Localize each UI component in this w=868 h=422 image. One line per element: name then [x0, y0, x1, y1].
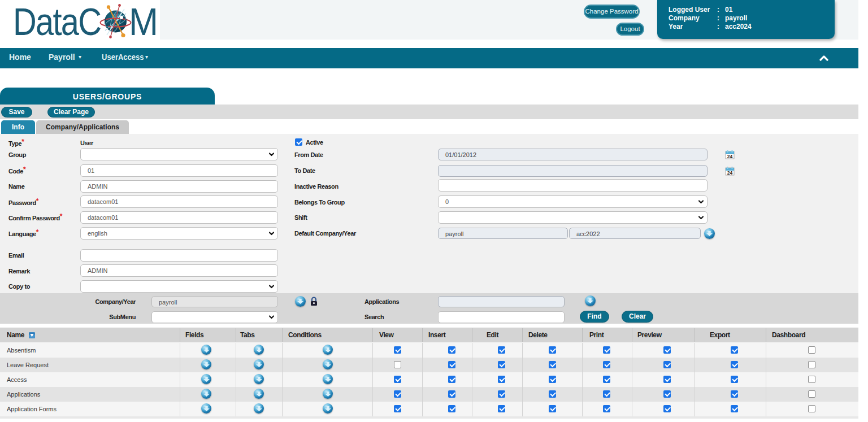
svg-text:24: 24	[727, 154, 733, 159]
svg-text:24: 24	[727, 170, 733, 176]
